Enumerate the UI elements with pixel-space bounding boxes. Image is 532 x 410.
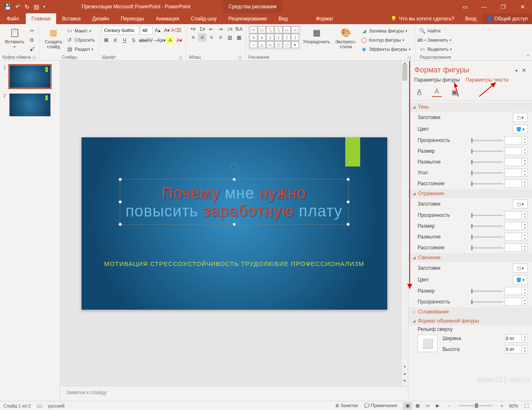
text-direction-button[interactable]: ⇅A xyxy=(235,25,243,33)
title-textbox[interactable]: ⟳ Почему мне нужно повысить заработную п… xyxy=(120,179,349,225)
refl-distance-slider[interactable] xyxy=(471,247,503,248)
resize-handle[interactable] xyxy=(119,223,122,226)
resize-handle[interactable] xyxy=(233,178,236,181)
replace-button[interactable]: ab↔Заменить▾ xyxy=(418,36,454,44)
refl-blur-slider[interactable] xyxy=(471,236,503,238)
prev-slide-icon[interactable]: ⏶ xyxy=(401,372,408,379)
distance-spin[interactable]: ▴▾ xyxy=(505,179,528,188)
resize-handle[interactable] xyxy=(119,178,122,181)
ribbon-display-icon[interactable]: ▭ xyxy=(455,0,475,13)
undo-icon[interactable]: ↶ xyxy=(15,3,20,10)
highlight-button[interactable]: A xyxy=(166,36,174,45)
angle-slider[interactable] xyxy=(471,172,503,174)
grow-font-button[interactable]: A▴ xyxy=(153,26,162,35)
underline-button[interactable]: Ч xyxy=(120,36,129,45)
distance-slider[interactable] xyxy=(471,183,503,184)
section-button[interactable]: ▤Раздел▾ xyxy=(64,45,97,53)
zoom-slider[interactable] xyxy=(459,405,492,406)
notes-pane[interactable]: Заметки к слайду xyxy=(60,386,408,401)
size-spin[interactable]: ▴▾ xyxy=(505,147,528,155)
size-slider[interactable] xyxy=(471,151,503,152)
sorter-view-button[interactable]: ▦ xyxy=(413,402,422,410)
resize-handle[interactable] xyxy=(346,223,350,226)
signin-link[interactable]: Вход xyxy=(459,13,482,24)
columns-button[interactable]: ▥ xyxy=(225,33,234,42)
refl-transparency-slider[interactable] xyxy=(471,215,503,216)
qat-more-icon[interactable]: ▾ xyxy=(43,5,45,9)
line-spacing-button[interactable]: ↕≡ xyxy=(225,25,234,33)
font-size-input[interactable] xyxy=(140,26,153,35)
bevel-preview-dropdown[interactable] xyxy=(418,335,438,352)
shrink-font-button[interactable]: A▾ xyxy=(163,26,171,35)
refl-transparency-spin[interactable]: ▴▾ xyxy=(505,211,528,219)
fit-to-window-button[interactable]: ⛶ xyxy=(524,403,529,408)
align-left-button[interactable]: ≡ xyxy=(189,33,197,42)
bullets-button[interactable]: •≡ xyxy=(189,25,197,33)
text-fill-icon[interactable]: A xyxy=(414,87,424,97)
shape-fill-button[interactable]: ◢Заливка фигуры▾ xyxy=(359,27,412,35)
rotate-handle-icon[interactable]: ⟳ xyxy=(230,163,238,170)
tab-animations[interactable]: Анимация xyxy=(150,13,185,24)
shape-effects-button[interactable]: ◉Эффекты фигуры▾ xyxy=(359,45,412,53)
tab-home[interactable]: Главная xyxy=(26,13,57,24)
accent-shape[interactable] xyxy=(345,137,360,166)
color-dropdown[interactable]: 🪣 ▾ xyxy=(513,124,528,134)
resize-handle[interactable] xyxy=(346,178,350,181)
section-shadow[interactable]: Тень xyxy=(408,102,532,112)
font-color-button[interactable]: A▾ xyxy=(175,36,183,45)
strikethrough-button[interactable]: abc xyxy=(139,36,147,45)
drawing-launcher[interactable]: ◲ xyxy=(407,55,412,60)
clipboard-launcher[interactable]: ◲ xyxy=(32,55,37,60)
section-soft-edges[interactable]: Сглаживание xyxy=(408,307,532,316)
paragraph-launcher[interactable]: ◲ xyxy=(238,55,243,60)
refl-presets-dropdown[interactable]: ▢ ▾ xyxy=(513,199,528,209)
bold-button[interactable]: Ж xyxy=(102,36,110,45)
collapse-ribbon-icon[interactable]: ⌃ xyxy=(526,54,530,59)
paste-button[interactable]: 📋 Вставить ▾ xyxy=(2,25,27,50)
bevel-width-spin[interactable]: ▴▾ xyxy=(505,334,528,343)
glow-size-spin[interactable]: ▴▾ xyxy=(505,287,528,295)
blur-spin[interactable]: ▴▾ xyxy=(505,158,528,166)
cut-button[interactable]: ✂ xyxy=(27,27,37,35)
normal-view-button[interactable]: ▣ xyxy=(403,402,412,410)
bevel-height-spin[interactable]: ▴▾ xyxy=(505,345,528,353)
tab-insert[interactable]: Вставка xyxy=(56,13,87,24)
format-painter-button[interactable]: 🖌 xyxy=(27,45,37,53)
numbering-button[interactable]: 1≡ xyxy=(198,25,206,33)
change-case-button[interactable]: Aa▾ xyxy=(157,36,165,45)
spellcheck-icon[interactable]: 📖 xyxy=(37,403,42,408)
start-from-beginning-icon[interactable]: ▤ xyxy=(34,3,39,10)
increase-indent-button[interactable]: ⇥ xyxy=(216,25,225,33)
shapes-gallery[interactable]: ▭▢╲╲▭▭ ↳↳{}{} ○△◇⬠⬡▾ xyxy=(248,25,300,50)
tab-view[interactable]: Вид xyxy=(273,13,294,24)
pane-options-icon[interactable]: ▾ xyxy=(515,68,517,73)
font-launcher[interactable]: ◲ xyxy=(178,55,183,60)
close-icon[interactable]: ✕ xyxy=(513,0,532,13)
refl-size-spin[interactable]: ▴▾ xyxy=(505,222,528,230)
tell-me-search[interactable]: 💡 Что вы хотите сделать? xyxy=(386,13,460,24)
transparency-spin[interactable]: ▴▾ xyxy=(505,136,528,144)
layout-button[interactable]: ▭Макет▾ xyxy=(64,27,97,35)
align-center-button[interactable]: ≡ xyxy=(198,33,206,42)
blur-slider[interactable] xyxy=(471,162,503,163)
refl-blur-spin[interactable]: ▴▾ xyxy=(505,233,528,241)
reading-view-button[interactable]: ▭ xyxy=(423,402,432,410)
language-status[interactable]: русский xyxy=(48,403,64,408)
glow-color-dropdown[interactable]: 🪣 ▾ xyxy=(513,275,528,284)
share-button[interactable]: 👤 Общий доступ xyxy=(482,13,532,24)
refl-size-slider[interactable] xyxy=(471,226,503,227)
tab-file[interactable]: Файл xyxy=(0,13,26,24)
resize-handle[interactable] xyxy=(119,200,122,204)
char-spacing-button[interactable]: AV↔ xyxy=(148,36,156,45)
tab-review[interactable]: Рецензирование xyxy=(223,13,273,24)
notes-toggle[interactable]: ≣ Заметки xyxy=(335,403,358,408)
text-options-tab[interactable]: Параметры текста xyxy=(465,77,508,83)
next-slide-icon[interactable]: ⏷ xyxy=(401,379,408,386)
vertical-scrollbar[interactable]: ▴ ▾ ⏶ ⏷ xyxy=(401,61,408,386)
transparency-slider[interactable] xyxy=(471,140,503,141)
maximize-icon[interactable]: ❐ xyxy=(494,0,513,13)
scroll-down-icon[interactable]: ▾ xyxy=(401,365,408,372)
convert-smartart-button[interactable]: ▦ xyxy=(235,33,243,42)
tab-format[interactable]: Формат xyxy=(310,13,339,24)
textbox-icon[interactable]: ▣ xyxy=(449,87,459,97)
